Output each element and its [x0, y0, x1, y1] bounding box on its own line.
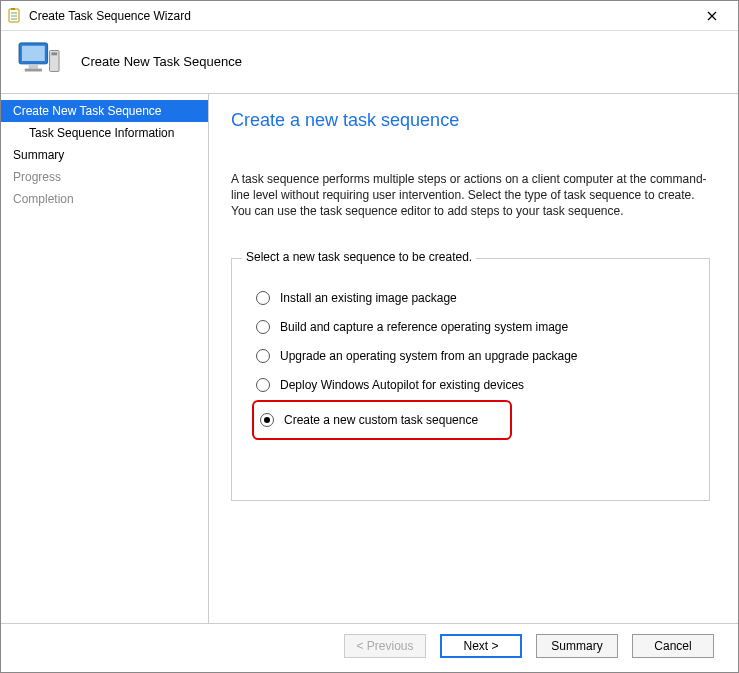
radio-label: Upgrade an operating system from an upgr…: [280, 349, 578, 363]
cancel-button[interactable]: Cancel: [632, 634, 714, 658]
radio-option-4[interactable]: Create a new custom task sequence: [256, 406, 508, 434]
wizard-body: Create New Task SequenceTask Sequence In…: [1, 94, 738, 623]
wizard-header: Create New Task Sequence: [1, 31, 738, 94]
window-title: Create Task Sequence Wizard: [29, 9, 692, 23]
content-area: Create a new task sequence A task sequen…: [209, 94, 738, 623]
svg-rect-3: [22, 46, 45, 61]
sidebar-step-0[interactable]: Create New Task Sequence: [1, 100, 208, 122]
radio-option-2[interactable]: Upgrade an operating system from an upgr…: [252, 342, 689, 370]
options-group: Select a new task sequence to be created…: [231, 258, 710, 501]
close-button[interactable]: [692, 1, 732, 30]
radio-icon: [256, 320, 270, 334]
wizard-app-icon: [7, 8, 23, 24]
radio-icon: [260, 413, 274, 427]
radio-option-1[interactable]: Build and capture a reference operating …: [252, 313, 689, 341]
radio-icon: [256, 291, 270, 305]
radio-icon: [256, 349, 270, 363]
radio-option-0[interactable]: Install an existing image package: [252, 284, 689, 312]
svg-rect-1: [11, 8, 15, 10]
sidebar: Create New Task SequenceTask Sequence In…: [1, 94, 209, 623]
svg-rect-4: [29, 65, 39, 69]
next-button[interactable]: Next >: [440, 634, 522, 658]
radio-label: Deploy Windows Autopilot for existing de…: [280, 378, 524, 392]
summary-button[interactable]: Summary: [536, 634, 618, 658]
sidebar-step-3: Progress: [1, 166, 208, 188]
svg-rect-5: [25, 69, 42, 72]
radio-option-3[interactable]: Deploy Windows Autopilot for existing de…: [252, 371, 689, 399]
options-group-label: Select a new task sequence to be created…: [242, 250, 476, 264]
radio-label: Create a new custom task sequence: [284, 413, 478, 427]
titlebar: Create Task Sequence Wizard: [1, 1, 738, 31]
radio-label: Install an existing image package: [280, 291, 457, 305]
sidebar-step-4: Completion: [1, 188, 208, 210]
sidebar-step-2[interactable]: Summary: [1, 144, 208, 166]
radio-icon: [256, 378, 270, 392]
wizard-footer: < Previous Next > Summary Cancel: [1, 623, 738, 672]
page-description: A task sequence performs multiple steps …: [231, 171, 710, 220]
svg-rect-7: [51, 52, 57, 55]
sidebar-step-1[interactable]: Task Sequence Information: [1, 122, 208, 144]
monitor-icon: [17, 41, 63, 81]
previous-button: < Previous: [344, 634, 426, 658]
page-title: Create a new task sequence: [231, 110, 710, 131]
header-subtitle: Create New Task Sequence: [81, 54, 242, 69]
highlighted-option: Create a new custom task sequence: [252, 400, 512, 440]
radio-label: Build and capture a reference operating …: [280, 320, 568, 334]
